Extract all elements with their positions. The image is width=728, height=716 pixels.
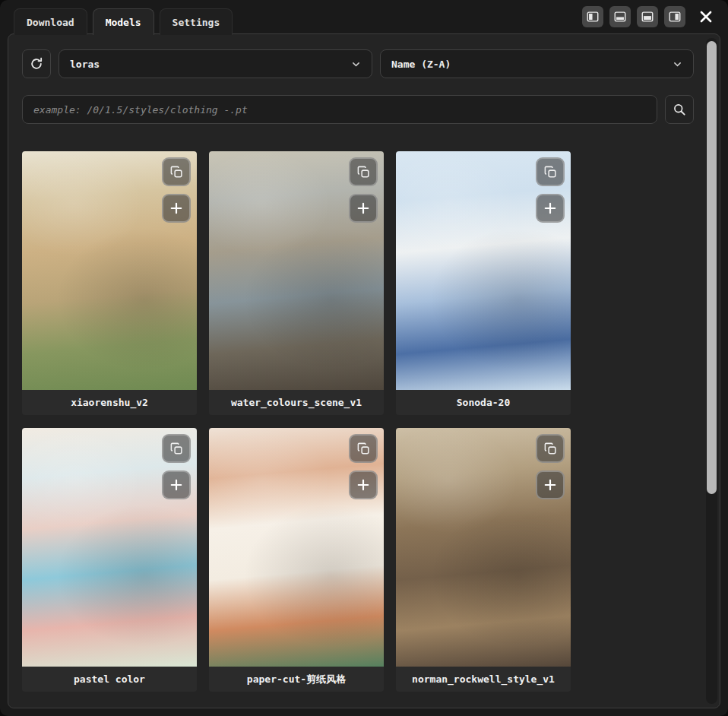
scrollbar-thumb[interactable] [707, 41, 717, 494]
window-controls [582, 5, 717, 28]
close-button[interactable] [695, 5, 717, 28]
model-card[interactable]: water_colours_scene_v1 [209, 151, 384, 415]
model-card[interactable]: pastel color [22, 428, 197, 692]
model-thumbnail [396, 428, 571, 667]
dock-bottom-large-button[interactable] [637, 6, 658, 27]
sort-value: Name (Z-A) [391, 59, 451, 70]
model-thumbnail [396, 151, 571, 390]
model-card[interactable]: paper-cut-剪纸风格 [209, 428, 384, 692]
chevron-down-icon [351, 59, 361, 69]
model-name: pastel color [22, 667, 197, 692]
add-model-button[interactable] [536, 194, 565, 223]
dock-right-button[interactable] [664, 6, 685, 27]
refresh-icon [29, 56, 44, 71]
dock-bottom-button[interactable] [609, 6, 631, 27]
copy-icon [169, 442, 184, 456]
model-thumbnail [22, 151, 197, 390]
refresh-button[interactable] [22, 49, 51, 78]
plus-icon [169, 477, 184, 493]
model-card[interactable]: xiaorenshu_v2 [22, 151, 197, 415]
card-actions [536, 157, 565, 223]
copy-icon [169, 165, 184, 179]
card-actions [536, 434, 565, 499]
model-thumbnail [209, 151, 384, 390]
search-button[interactable] [665, 95, 694, 124]
model-name: norman_rockwell_style_v1 [396, 667, 571, 692]
tab-models[interactable]: Models [93, 8, 154, 35]
add-model-button[interactable] [162, 194, 191, 223]
tab-download[interactable]: Download [14, 8, 87, 35]
card-actions [162, 434, 191, 499]
model-thumbnail [209, 428, 384, 667]
model-card-grid: xiaorenshu_v2 [22, 151, 694, 692]
model-card[interactable]: Sonoda-20 [396, 151, 571, 415]
copy-icon [356, 442, 371, 456]
add-model-button[interactable] [536, 470, 565, 499]
model-name: water_colours_scene_v1 [209, 390, 384, 415]
copy-model-button[interactable] [162, 434, 191, 463]
top-bar: Download Models Settings [0, 0, 728, 34]
dock-left-button[interactable] [582, 6, 603, 27]
plus-icon [356, 477, 371, 493]
model-type-value: loras [70, 59, 100, 70]
copy-icon [356, 165, 371, 179]
search-input[interactable] [22, 95, 657, 124]
chevron-down-icon [673, 59, 682, 69]
model-card[interactable]: norman_rockwell_style_v1 [396, 428, 571, 692]
model-browser-window: Download Models Settings [0, 0, 728, 716]
toolbar: loras Name (Z-A) [22, 49, 694, 78]
search-icon [672, 102, 687, 117]
model-name: paper-cut-剪纸风格 [209, 667, 384, 692]
model-name: Sonoda-20 [396, 390, 571, 415]
plus-icon [543, 201, 558, 216]
copy-model-button[interactable] [536, 434, 565, 463]
card-actions [162, 157, 191, 223]
dock-left-icon [586, 10, 600, 24]
model-type-select[interactable]: loras [59, 49, 372, 78]
model-name: xiaorenshu_v2 [22, 390, 197, 415]
copy-model-button[interactable] [349, 157, 378, 186]
tab-bar: Download Models Settings [14, 8, 233, 34]
copy-icon [543, 442, 558, 456]
plus-icon [543, 477, 558, 493]
plus-icon [356, 201, 371, 216]
copy-icon [543, 165, 558, 179]
copy-model-button[interactable] [349, 434, 378, 463]
models-panel: loras Name (Z-A) [8, 33, 720, 708]
dock-bottom-large-icon [641, 10, 654, 24]
dock-right-icon [668, 10, 682, 24]
add-model-button[interactable] [162, 470, 191, 499]
add-model-button[interactable] [349, 194, 378, 223]
close-icon [698, 8, 714, 25]
search-bar [22, 95, 694, 124]
card-actions [349, 157, 378, 223]
add-model-button[interactable] [349, 470, 378, 499]
copy-model-button[interactable] [162, 157, 191, 186]
plus-icon [169, 201, 184, 216]
copy-model-button[interactable] [536, 157, 565, 186]
card-actions [349, 434, 378, 499]
tab-settings[interactable]: Settings [160, 8, 233, 35]
model-thumbnail [22, 428, 197, 667]
sort-select[interactable]: Name (Z-A) [380, 49, 694, 78]
dock-bottom-icon [613, 10, 627, 24]
vertical-scrollbar[interactable] [706, 38, 717, 704]
